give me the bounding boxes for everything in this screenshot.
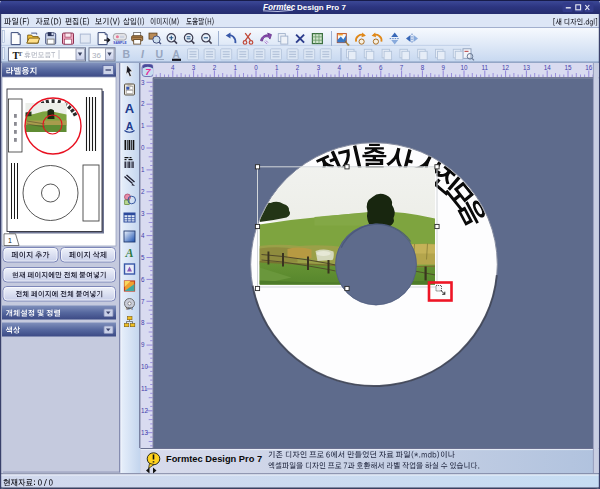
svg-text:3: 3: [317, 64, 321, 71]
svg-text:1: 1: [141, 122, 145, 129]
svg-text:Formtec Design Pro 7: Formtec Design Pro 7: [166, 454, 262, 464]
svg-text:5: 5: [358, 64, 362, 71]
svg-text:A: A: [125, 101, 135, 116]
svg-text:7: 7: [400, 64, 404, 71]
svg-text:T: T: [18, 50, 23, 57]
svg-text:4: 4: [337, 64, 341, 71]
svg-text:MP3: MP3: [126, 307, 133, 311]
svg-text:14: 14: [544, 64, 552, 71]
svg-text:1: 1: [233, 64, 237, 71]
svg-text:15: 15: [564, 64, 572, 71]
svg-text:6: 6: [141, 276, 145, 283]
svg-text:10: 10: [460, 64, 468, 71]
svg-text:A: A: [124, 246, 133, 260]
svg-text:5: 5: [141, 254, 145, 261]
svg-text:7: 7: [145, 66, 151, 77]
svg-text:1: 1: [141, 166, 145, 173]
svg-text:9: 9: [441, 64, 445, 71]
svg-text:4: 4: [141, 232, 145, 239]
svg-text:2: 2: [141, 100, 145, 107]
svg-text:2: 2: [141, 188, 145, 195]
svg-text:1: 1: [8, 237, 12, 244]
svg-text:3: 3: [192, 64, 196, 71]
svg-text:13: 13: [141, 429, 149, 436]
svg-text:A: A: [173, 49, 180, 60]
svg-text:11: 11: [141, 385, 148, 392]
svg-text:3: 3: [141, 79, 145, 86]
svg-text:13: 13: [523, 64, 531, 71]
svg-text:2: 2: [213, 64, 217, 71]
svg-text:6: 6: [379, 64, 383, 71]
svg-text:10: 10: [141, 363, 149, 370]
svg-text:Design Pro 7: Design Pro 7: [297, 3, 346, 12]
svg-text:1: 1: [275, 64, 279, 71]
svg-text:9: 9: [141, 341, 145, 348]
svg-text:7: 7: [141, 298, 145, 305]
svg-text:8: 8: [141, 319, 145, 326]
svg-text:36: 36: [92, 51, 101, 60]
svg-text:A: A: [126, 120, 134, 132]
svg-text:12: 12: [141, 407, 149, 414]
svg-text:0: 0: [141, 144, 145, 151]
svg-text:3: 3: [141, 210, 145, 217]
svg-text:2: 2: [296, 64, 300, 71]
svg-text:11: 11: [482, 64, 489, 71]
svg-text:8: 8: [421, 64, 425, 71]
svg-text:16: 16: [585, 64, 593, 71]
svg-text:12: 12: [502, 64, 510, 71]
svg-text:SAMPLE: SAMPLE: [113, 41, 126, 45]
svg-text:0: 0: [254, 64, 258, 71]
svg-text:4: 4: [171, 64, 175, 71]
svg-text:U: U: [156, 48, 164, 60]
svg-text:B: B: [123, 48, 131, 60]
